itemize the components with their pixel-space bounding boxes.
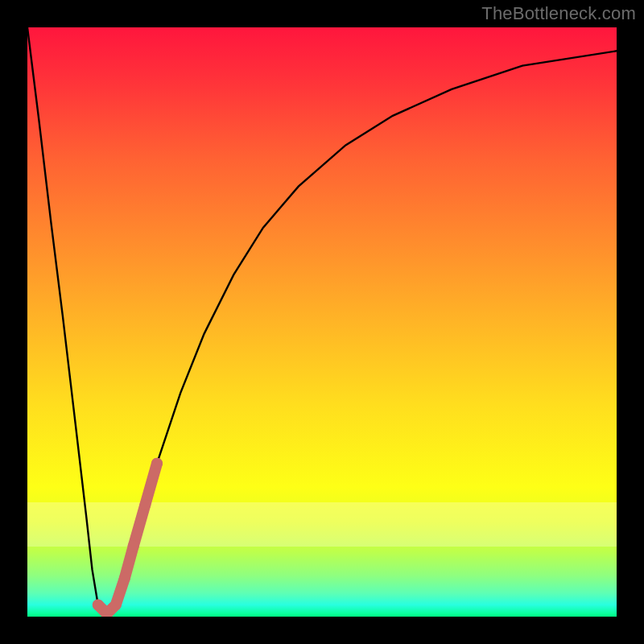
- marker-stroke: [98, 464, 157, 614]
- chart-frame: TheBottleneck.com: [0, 0, 644, 644]
- marker-dot: [93, 599, 104, 610]
- marker-dot: [139, 499, 151, 510]
- highlight-segment: [93, 458, 163, 617]
- watermark-text: TheBottleneck.com: [481, 3, 636, 24]
- marker-dot: [128, 540, 139, 551]
- marker-dot: [110, 599, 122, 610]
- plot-area: [27, 27, 617, 617]
- marker-dot: [119, 572, 130, 584]
- chart-svg: [27, 27, 617, 617]
- bottleneck-curve: [27, 27, 617, 617]
- marker-dot: [151, 458, 163, 469]
